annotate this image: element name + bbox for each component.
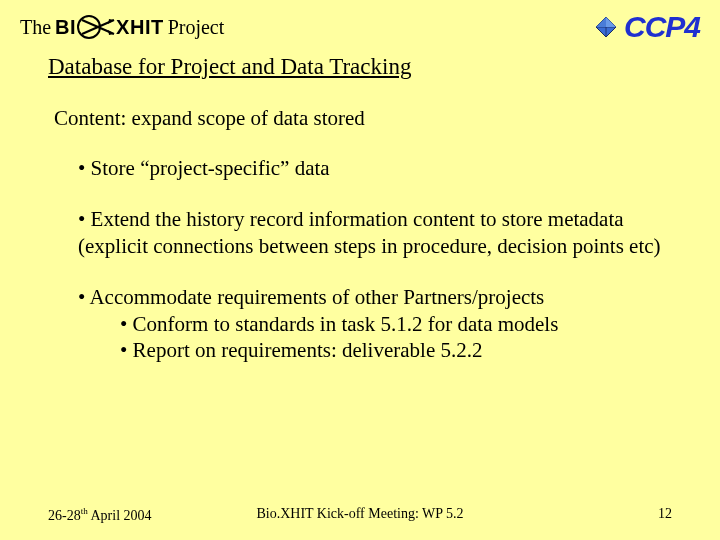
svg-marker-8 bbox=[606, 17, 616, 27]
bioxhit-text-left: BI bbox=[55, 16, 76, 39]
slide-header: The BI XHIT Project bbox=[0, 0, 720, 44]
slide-subtitle: Content: expand scope of data stored bbox=[54, 106, 672, 131]
slide-footer: 26-28th April 2004 Bio.XHIT Kick-off Mee… bbox=[0, 506, 720, 524]
footer-center: Bio.XHIT Kick-off Meeting: WP 5.2 bbox=[256, 506, 463, 522]
bullet-3-main: • Accommodate requirements of other Part… bbox=[78, 284, 672, 311]
diamond-icon bbox=[594, 15, 618, 39]
bioxhit-icon bbox=[76, 14, 116, 40]
footer-date-post: April 2004 bbox=[88, 508, 152, 523]
slide-title: Database for Project and Data Tracking bbox=[48, 54, 672, 80]
bioxhit-text-right: XHIT bbox=[116, 16, 164, 39]
footer-date: 26-28th April 2004 bbox=[48, 506, 152, 524]
slide-content: Database for Project and Data Tracking C… bbox=[0, 44, 720, 364]
bullet-3b: • Report on requirements: deliverable 5.… bbox=[120, 337, 672, 364]
bullet-2: • Extend the history record information … bbox=[78, 206, 672, 260]
logo-text-the: The bbox=[20, 16, 51, 39]
footer-page-number: 12 bbox=[658, 506, 672, 524]
ccp4-text: CCP4 bbox=[624, 10, 700, 44]
project-logo: The BI XHIT Project bbox=[20, 14, 224, 40]
svg-marker-9 bbox=[596, 17, 606, 27]
bioxhit-logo: BI XHIT bbox=[55, 14, 164, 40]
bullet-1: • Store “project-specific” data bbox=[78, 155, 672, 182]
logo-text-project: Project bbox=[168, 16, 225, 39]
footer-date-sup: th bbox=[81, 506, 88, 516]
footer-date-pre: 26-28 bbox=[48, 508, 81, 523]
bullet-3a: • Conform to standards in task 5.1.2 for… bbox=[120, 311, 672, 338]
ccp4-logo: CCP4 bbox=[594, 10, 700, 44]
bullet-3: • Accommodate requirements of other Part… bbox=[78, 284, 672, 365]
